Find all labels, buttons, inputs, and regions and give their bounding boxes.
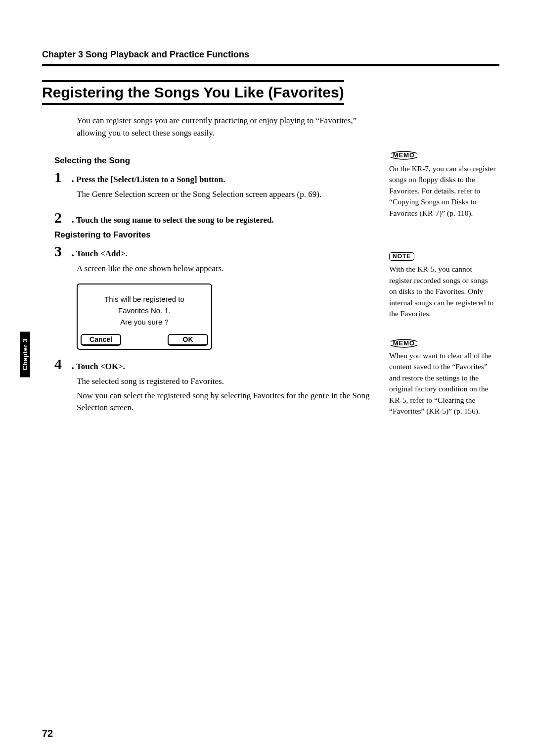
step-3: 3. Touch <Add>. <box>54 243 371 260</box>
main-column: Registering the Songs You Like (Favorite… <box>42 80 378 684</box>
note-text: With the KR-5, you cannot register recor… <box>389 264 497 319</box>
side-column: MEMO On the KR-7, you can also register … <box>378 80 497 684</box>
memo-icon: MEMO <box>389 337 497 350</box>
step-title: Press the [Select/Listen to a Song] butt… <box>76 175 225 184</box>
step-title: Touch <OK>. <box>76 362 125 371</box>
step-body: A screen like the one shown below appear… <box>77 263 371 275</box>
step-body: The Genre Selection screen or the Song S… <box>77 189 371 200</box>
note-icon: NOTE <box>389 252 414 261</box>
subheading-registering: Registering to Favorites <box>54 230 371 240</box>
step-body: Now you can select the registered song b… <box>77 390 371 414</box>
step-2: 2. Touch the song name to select the son… <box>54 209 371 226</box>
step-title: Touch <Add>. <box>76 249 128 258</box>
step-number: 3 <box>54 243 71 260</box>
page-number: 72 <box>42 728 53 739</box>
svg-text:MEMO: MEMO <box>393 339 415 347</box>
step-dot: . <box>71 359 74 372</box>
step-number: 1 <box>54 169 71 186</box>
chapter-tab: Chapter 3 <box>20 331 30 377</box>
memo-text: On the KR-7, you can also register songs… <box>389 163 497 219</box>
step-1: 1. Press the [Select/Listen to a Song] b… <box>54 169 371 186</box>
dialog-line: This will be registered to <box>83 293 206 305</box>
step-dot: . <box>71 246 74 259</box>
subheading-selecting-song: Selecting the Song <box>54 156 371 166</box>
step-number: 2 <box>54 209 71 226</box>
memo-icon: MEMO <box>389 149 497 160</box>
dialog-line: Are you sure ? <box>83 316 206 328</box>
header-rule <box>42 64 499 66</box>
intro-paragraph: You can register songs you are currently… <box>77 115 371 139</box>
confirmation-dialog: This will be registered to Favorites No.… <box>77 284 212 350</box>
step-title: Touch the song name to select the song t… <box>76 215 274 225</box>
step-4: 4. Touch <OK>. <box>54 356 371 373</box>
page-title: Registering the Songs You Like (Favorite… <box>42 80 344 105</box>
step-body: The selected song is registered to Favor… <box>77 376 371 387</box>
chapter-header: Chapter 3 Song Playback and Practice Fun… <box>42 49 499 60</box>
ok-button[interactable]: OK <box>168 334 208 346</box>
step-dot: . <box>71 172 74 185</box>
step-number: 4 <box>54 356 71 373</box>
memo-text: When you want to clear all of the conten… <box>389 350 497 417</box>
dialog-line: Favorites No. 1. <box>83 305 206 316</box>
step-dot: . <box>71 212 74 225</box>
svg-text:MEMO: MEMO <box>393 151 415 159</box>
cancel-button[interactable]: Cancel <box>81 334 121 346</box>
